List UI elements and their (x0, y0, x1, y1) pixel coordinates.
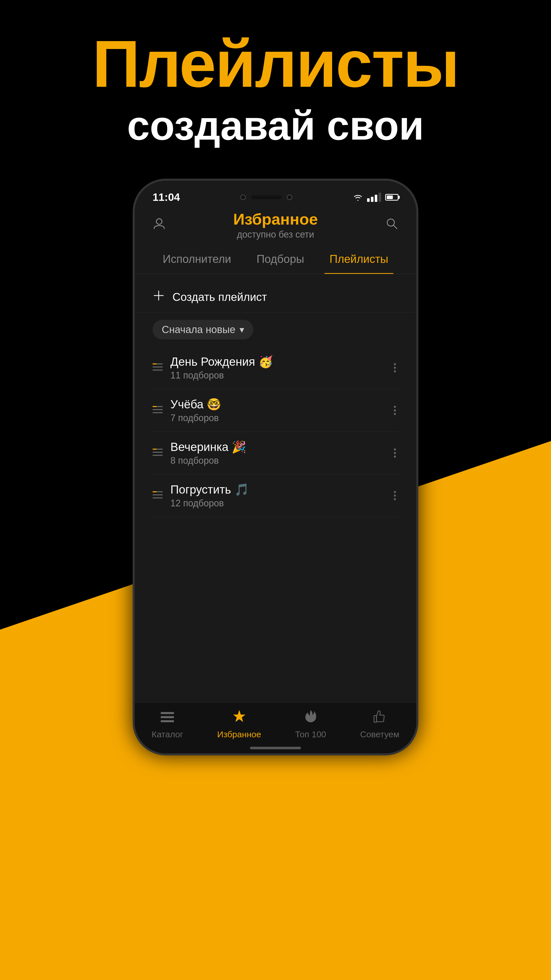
signal-bar-1 (367, 198, 370, 202)
svg-rect-23 (161, 720, 174, 722)
volume-up-button[interactable] (416, 352, 418, 378)
svg-rect-8 (152, 363, 157, 364)
playlist-name: Вечеринка 🎉 (170, 440, 391, 454)
tabs-row: Исполнители Подборы Плейлисты (135, 248, 416, 274)
svg-rect-11 (152, 412, 163, 413)
drag-icon (152, 362, 163, 374)
nav-catalog-label: Каталог (152, 729, 183, 739)
volume-down-button[interactable] (416, 386, 418, 411)
dot-2 (394, 409, 396, 411)
dot-3 (394, 413, 396, 415)
dot-2 (394, 495, 396, 496)
nav-recommend-label: Советуем (360, 729, 400, 739)
playlist-info: Погрустить 🎵 12 подборов (170, 483, 391, 509)
more-icon[interactable] (391, 488, 399, 503)
nav-top100-label: Топ 100 (295, 729, 326, 739)
tab-artists[interactable]: Исполнители (158, 248, 236, 274)
battery-icon (385, 194, 399, 200)
nav-favorites[interactable]: Избранное (217, 709, 261, 739)
nav-top100[interactable]: Топ 100 (295, 709, 326, 739)
dot-1 (394, 363, 396, 365)
create-playlist-label: Создать плейлист (172, 291, 267, 304)
app-header: Избранное доступно без сети (135, 205, 416, 248)
tab-collections[interactable]: Подборы (251, 248, 310, 274)
playlist-list: День Рождения 🥳 11 подборов (135, 347, 416, 517)
chevron-down-icon: ▾ (240, 325, 244, 335)
svg-marker-24 (233, 710, 245, 722)
create-playlist-row[interactable]: Создать плейлист (135, 282, 416, 313)
wifi-icon (353, 193, 363, 201)
svg-rect-15 (152, 455, 163, 456)
signal-bar-3 (375, 195, 377, 202)
svg-rect-16 (152, 449, 157, 450)
svg-rect-12 (152, 406, 157, 407)
playlist-item[interactable]: Погрустить 🎵 12 подборов (152, 474, 399, 517)
sort-button[interactable]: Сначала новые ▾ (152, 320, 253, 339)
status-time: 11:04 (152, 191, 180, 204)
thumbsup-icon (373, 709, 387, 727)
status-icons (353, 192, 399, 202)
signal-bar-2 (371, 197, 373, 202)
dot-3 (394, 455, 396, 458)
svg-line-2 (393, 225, 397, 229)
more-icon[interactable] (391, 403, 399, 417)
playlist-info: День Рождения 🥳 11 подборов (170, 355, 391, 381)
plus-icon (152, 290, 165, 305)
svg-point-0 (156, 219, 162, 224)
svg-rect-6 (152, 366, 163, 368)
dot-1 (394, 491, 396, 493)
dot-3 (394, 498, 396, 500)
playlist-item[interactable]: Учёба 🤓 7 подборов (152, 389, 399, 432)
battery-fill (387, 196, 393, 199)
dot-3 (394, 370, 396, 372)
tab-playlists[interactable]: Плейлисты (324, 248, 393, 274)
playlist-count: 8 подборов (170, 455, 391, 466)
signal-bar-4 (379, 192, 381, 202)
more-icon[interactable] (391, 361, 399, 375)
fire-icon (305, 709, 317, 727)
dot-2 (394, 367, 396, 369)
hero-section: Плейлисты создавай свои (0, 30, 551, 149)
signal-bars (367, 192, 381, 202)
svg-rect-14 (152, 452, 163, 453)
home-indicator (250, 747, 301, 749)
status-bar: 11:04 (135, 181, 416, 206)
profile-icon[interactable] (152, 217, 166, 233)
svg-rect-20 (152, 491, 157, 492)
drag-icon (152, 490, 163, 501)
notch-camera-right (287, 194, 292, 200)
drag-icon (152, 405, 163, 416)
playlist-item[interactable]: День Рождения 🥳 11 подборов (152, 347, 399, 389)
svg-rect-22 (161, 716, 174, 718)
more-icon[interactable] (391, 446, 399, 460)
hero-subtitle: создавай свои (0, 102, 551, 149)
phone-frame: 11:04 (133, 179, 418, 756)
sort-row: Сначала новые ▾ (135, 313, 416, 347)
side-buttons (416, 352, 418, 411)
playlist-name: День Рождения 🥳 (170, 355, 391, 369)
playlist-count: 7 подборов (170, 413, 391, 423)
svg-rect-19 (152, 497, 163, 498)
catalog-icon (160, 709, 175, 727)
phone-mockup: 11:04 (133, 179, 418, 756)
nav-recommend[interactable]: Советуем (360, 709, 400, 739)
notch-camera-left (240, 194, 246, 200)
status-notch (240, 194, 292, 200)
nav-catalog[interactable]: Каталог (152, 709, 183, 739)
dot-1 (394, 449, 396, 450)
playlist-name: Погрустить 🎵 (170, 483, 391, 496)
playlist-item[interactable]: Вечеринка 🎉 8 подборов (152, 432, 399, 474)
hero-title: Плейлисты (0, 30, 551, 97)
search-icon[interactable] (385, 217, 399, 233)
playlist-count: 11 подборов (170, 370, 391, 381)
sort-label: Сначала новые (162, 324, 235, 335)
playlist-count: 12 подборов (170, 498, 391, 509)
playlist-info: Учёба 🤓 7 подборов (170, 397, 391, 423)
nav-favorites-label: Избранное (217, 729, 261, 739)
screen-content: Избранное доступно без сети Исполнители (135, 205, 416, 753)
star-icon (232, 709, 246, 727)
playlist-name: Учёба 🤓 (170, 397, 391, 411)
drag-icon (152, 447, 163, 459)
svg-rect-25 (374, 716, 376, 722)
playlist-info: Вечеринка 🎉 8 подборов (170, 440, 391, 466)
